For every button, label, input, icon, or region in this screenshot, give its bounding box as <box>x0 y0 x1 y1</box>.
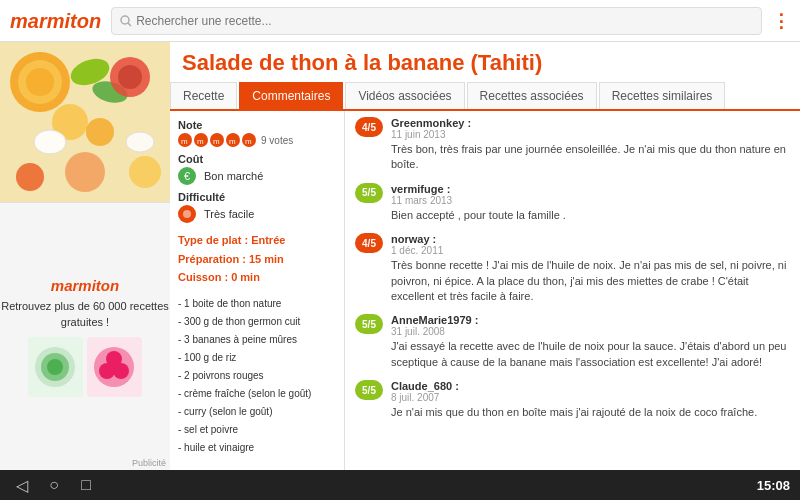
comment-item: 5/5 vermifuge : 11 mars 2013 Bien accept… <box>355 183 790 223</box>
meta-info: Type de plat : Entrée Préparation : 15 m… <box>178 231 336 287</box>
cuisson-time: Cuisson : 0 min <box>178 268 336 287</box>
info-panel: Note m m m m m 9 votes Coût € Bon marché… <box>170 111 345 470</box>
svg-point-11 <box>86 118 114 146</box>
star-4: m <box>226 133 240 147</box>
recent-button[interactable]: □ <box>74 473 98 497</box>
menu-button[interactable]: ⋮ <box>772 10 790 32</box>
ingredient-item: - huile et vinaigre <box>178 439 336 457</box>
svg-point-15 <box>129 156 161 188</box>
back-button[interactable]: ◁ <box>10 473 34 497</box>
recipe-title: Salade de thon à la banane (Tahiti) <box>170 42 800 82</box>
cost-value: Bon marché <box>204 170 263 182</box>
comment-text: Je n'ai mis que du thon en boîte mais j'… <box>391 405 790 420</box>
diff-value: Très facile <box>204 208 254 220</box>
comment-text: Très bon, très frais par une journée ens… <box>391 142 790 173</box>
difficulte-label: Difficulté <box>178 191 336 203</box>
comment-rating: 5/5 <box>355 380 383 400</box>
ad-banner: marmiton Retrouvez plus de 60 000 recett… <box>0 202 170 470</box>
svg-text:m: m <box>213 137 220 144</box>
home-button[interactable]: ○ <box>42 473 66 497</box>
tab-recettes-similaires[interactable]: Recettes similaires <box>599 82 726 109</box>
svg-point-20 <box>47 359 63 375</box>
svg-text:m: m <box>229 137 236 144</box>
type-plat: Type de plat : Entrée <box>178 231 336 250</box>
ingredient-item: - 3 bananes à peine mûres <box>178 331 336 349</box>
star-1: m <box>178 133 192 147</box>
cost-section: € Bon marché <box>178 167 336 185</box>
comment-date: 11 juin 2013 <box>391 129 790 140</box>
ingredient-item: - crème fraîche (selon le goût) <box>178 385 336 403</box>
left-panel: marmiton Retrouvez plus de 60 000 recett… <box>0 42 170 470</box>
svg-text:m: m <box>181 137 188 144</box>
tab-recette[interactable]: Recette <box>170 82 237 109</box>
top-bar: marmiton ⋮ <box>0 0 800 42</box>
ingredient-item: - curry (selon le goût) <box>178 403 336 421</box>
comment-body: Greenmonkey : 11 juin 2013 Très bon, trè… <box>391 117 790 173</box>
comment-date: 11 mars 2013 <box>391 195 790 206</box>
main-content: marmiton Retrouvez plus de 60 000 recett… <box>0 42 800 470</box>
star-2: m <box>194 133 208 147</box>
ad-logo: marmiton <box>51 277 119 294</box>
vote-count: 9 votes <box>261 135 293 146</box>
nav-buttons: ◁ ○ □ <box>10 473 98 497</box>
comment-date: 1 déc. 2011 <box>391 245 790 256</box>
comment-body: vermifuge : 11 mars 2013 Bien accepté , … <box>391 183 790 223</box>
comment-item: 5/5 Claude_680 : 8 juil. 2007 Je n'ai mi… <box>355 380 790 420</box>
comment-text: Très bonne recette ! J'ai mis de l'huile… <box>391 258 790 304</box>
svg-point-12 <box>34 130 66 154</box>
right-panel: Salade de thon à la banane (Tahiti) Rece… <box>170 42 800 470</box>
search-icon <box>120 15 132 27</box>
comment-rating: 4/5 <box>355 117 383 137</box>
svg-point-14 <box>65 152 105 192</box>
diff-icon <box>178 205 196 223</box>
comment-body: AnneMarie1979 : 31 juil. 2008 J'ai essay… <box>391 314 790 370</box>
tab-recettes-associees[interactable]: Recettes associées <box>467 82 597 109</box>
recipe-image-svg <box>0 42 170 202</box>
cout-label: Coût <box>178 153 336 165</box>
status-bar: ◁ ○ □ 15:08 <box>0 470 800 500</box>
svg-point-13 <box>126 132 154 152</box>
comment-author: AnneMarie1979 : <box>391 314 790 326</box>
search-bar[interactable] <box>111 7 762 35</box>
ingredient-item: - 1 boite de thon nature <box>178 295 336 313</box>
diff-section: Très facile <box>178 205 336 223</box>
svg-point-16 <box>16 163 44 191</box>
comment-rating: 4/5 <box>355 233 383 253</box>
ad-text: Retrouvez plus de 60 000 recettes gratui… <box>0 298 170 331</box>
ad-image-2 <box>87 337 142 397</box>
clock: 15:08 <box>757 478 790 493</box>
svg-point-0 <box>121 16 129 24</box>
cost-icon: € <box>178 167 196 185</box>
ad-label: Publicité <box>132 458 166 468</box>
comment-text: Bien accepté , pour toute la famille . <box>391 208 790 223</box>
ad-image-1 <box>28 337 83 397</box>
tab-commentaires[interactable]: Commentaires <box>239 82 343 109</box>
ingredient-item: - 2 poivrons rouges <box>178 367 336 385</box>
comments-panel[interactable]: 4/5 Greenmonkey : 11 juin 2013 Très bon,… <box>345 111 800 470</box>
comment-date: 8 juil. 2007 <box>391 392 790 403</box>
search-input[interactable] <box>136 14 753 28</box>
comment-date: 31 juil. 2008 <box>391 326 790 337</box>
comment-item: 4/5 norway : 1 déc. 2011 Très bonne rece… <box>355 233 790 304</box>
comment-text: J'ai essayé la recette avec de l'huile d… <box>391 339 790 370</box>
svg-text:m: m <box>245 137 252 144</box>
svg-point-24 <box>99 363 115 379</box>
star-5: m <box>242 133 256 147</box>
tab-videos[interactable]: Vidéos associées <box>345 82 464 109</box>
comment-rating: 5/5 <box>355 183 383 203</box>
svg-point-25 <box>113 363 129 379</box>
svg-point-9 <box>118 65 142 89</box>
comment-author: vermifuge : <box>391 183 790 195</box>
comment-item: 5/5 AnneMarie1979 : 31 juil. 2008 J'ai e… <box>355 314 790 370</box>
tabs-bar: Recette Commentaires Vidéos associées Re… <box>170 82 800 111</box>
comment-rating: 5/5 <box>355 314 383 334</box>
preparation-time: Préparation : 15 min <box>178 250 336 269</box>
comment-author: norway : <box>391 233 790 245</box>
star-3: m <box>210 133 224 147</box>
ingredient-item: - 300 g de thon germon cuit <box>178 313 336 331</box>
app-logo: marmiton <box>10 8 101 34</box>
note-label: Note <box>178 119 336 131</box>
svg-line-1 <box>128 23 131 26</box>
star-rating: m m m m m 9 votes <box>178 133 336 147</box>
recipe-image <box>0 42 170 202</box>
